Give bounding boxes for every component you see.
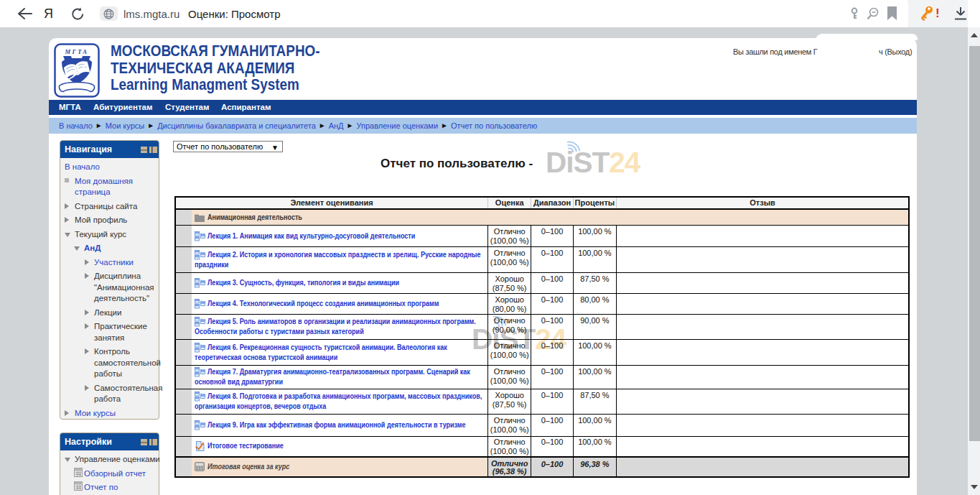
svg-text:МГТА: МГТА: [64, 48, 88, 55]
svg-text:!: !: [935, 6, 940, 20]
